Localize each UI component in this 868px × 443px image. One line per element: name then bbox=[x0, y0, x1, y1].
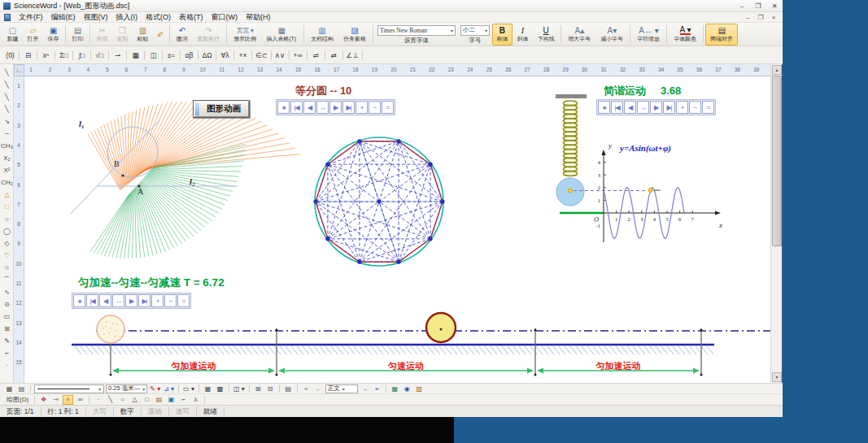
player-slower-button[interactable]: − bbox=[164, 294, 177, 307]
format-toolbar-button-10[interactable]: ▦ bbox=[203, 384, 213, 393]
side-tool-18[interactable]: ∿ bbox=[0, 289, 14, 297]
math-symbol-button-2[interactable]: xⁿ bbox=[39, 49, 53, 62]
player-slower-button[interactable]: − bbox=[689, 101, 701, 114]
math-symbol-button-12[interactable]: ∀λ bbox=[218, 49, 232, 62]
restore-button[interactable]: ❐ bbox=[753, 2, 763, 10]
main-toolbar-button-8[interactable]: ▥粘贴 bbox=[133, 24, 153, 46]
math-symbol-button-1[interactable]: ⊟ bbox=[21, 49, 35, 62]
main-toolbar-button-12[interactable]: ↷重新执行 bbox=[192, 24, 225, 46]
draw-toolbar-button-3[interactable]: ⊸ bbox=[50, 395, 61, 405]
main-toolbar-button-9[interactable]: ✐ bbox=[153, 24, 168, 46]
side-tool-10[interactable]: △ bbox=[0, 191, 14, 199]
chevron-down-icon[interactable]: ▾ bbox=[451, 28, 453, 33]
vertical-scrollbar[interactable]: ▲ ▼ bbox=[770, 64, 782, 383]
draw-toolbar-button-15[interactable]: λ bbox=[190, 395, 201, 405]
player-play-button[interactable]: ▶ bbox=[329, 101, 342, 114]
menu-item-1[interactable]: 编辑(E) bbox=[47, 12, 80, 23]
format-toolbar-button-24[interactable]: » bbox=[372, 384, 382, 393]
player-first-button[interactable]: |◀ bbox=[86, 294, 98, 307]
format-toolbar-combo-22[interactable]: 正文▾ bbox=[325, 384, 358, 393]
menu-item-4[interactable]: 格式(O) bbox=[142, 12, 175, 23]
main-toolbar-button-29[interactable]: A↔ ▾字符缩放 bbox=[632, 24, 665, 46]
format-toolbar-button-21[interactable]: ← bbox=[313, 384, 324, 393]
combo-box[interactable]: Times New Roman▾ bbox=[377, 25, 456, 36]
document-page[interactable] bbox=[24, 76, 770, 383]
format-toolbar-button-5[interactable]: ✎ ▾ bbox=[149, 384, 161, 393]
menu-item-7[interactable]: 帮助(H) bbox=[242, 12, 275, 23]
main-toolbar-button-27[interactable]: A▾减小字号 bbox=[595, 24, 628, 46]
main-toolbar-button-4[interactable]: ▤打印 bbox=[68, 24, 88, 46]
main-toolbar-button-22[interactable]: B粗体 bbox=[492, 24, 513, 46]
vertical-ruler[interactable]: 123456789101112131415 bbox=[14, 76, 24, 383]
format-toolbar-button-18[interactable]: ▤ bbox=[283, 384, 294, 393]
draw-toolbar-button-12[interactable]: ▤ bbox=[154, 395, 164, 405]
format-toolbar-button-13[interactable]: ◫ ▾ bbox=[233, 384, 246, 393]
side-tool-17[interactable]: ⌒ bbox=[0, 276, 14, 284]
player-play-button[interactable]: ▶ bbox=[650, 101, 662, 114]
side-tool-5[interactable]: ┄ bbox=[0, 130, 14, 138]
doc-restore-button[interactable]: ❐ bbox=[757, 14, 765, 21]
main-toolbar-button-26[interactable]: A▴增大字号 bbox=[563, 24, 595, 46]
draw-toolbar-button-13[interactable]: ▣ bbox=[166, 395, 177, 405]
math-symbol-button-18[interactable]: ⇄ bbox=[327, 49, 341, 62]
side-tool-2[interactable]: ╲ bbox=[0, 93, 14, 102]
player-first-button[interactable]: |◀ bbox=[290, 101, 303, 114]
format-toolbar-line-style-selector[interactable]: ▾ bbox=[34, 384, 104, 393]
main-toolbar-button-15[interactable]: ▦插入表格(T) bbox=[261, 24, 302, 46]
doc-close-button[interactable]: × bbox=[770, 14, 778, 21]
player-prev-button[interactable]: ◀ bbox=[303, 101, 316, 114]
player-loop-button[interactable]: ↔ bbox=[112, 294, 124, 307]
player-last-button[interactable]: ▶| bbox=[138, 294, 150, 307]
math-symbol-button-4[interactable]: ∫□ bbox=[75, 49, 89, 62]
format-toolbar-button-15[interactable]: ⊞ bbox=[253, 384, 264, 393]
format-toolbar-button-20[interactable]: « bbox=[301, 384, 312, 393]
chevron-down-icon[interactable]: ▾ bbox=[485, 28, 487, 33]
main-toolbar-button-6[interactable]: ✂剪切 bbox=[92, 24, 112, 46]
player-play-button[interactable]: ▶ bbox=[125, 294, 137, 307]
main-toolbar-button-31[interactable]: A ▾字体颜色 bbox=[669, 24, 701, 46]
player-last-button[interactable]: ▶| bbox=[663, 101, 675, 114]
player-last-button[interactable]: ▶| bbox=[342, 101, 355, 114]
side-tool-6[interactable]: CH₃ bbox=[0, 142, 14, 150]
close-button[interactable]: ✕ bbox=[770, 2, 779, 10]
scroll-down-button[interactable]: ▼ bbox=[772, 372, 782, 382]
format-toolbar-button-28[interactable]: ▧ bbox=[414, 384, 425, 393]
format-toolbar-button-11[interactable]: ▩ bbox=[215, 384, 225, 393]
format-toolbar-thickness-selector[interactable]: 0.25 毫米—▾ bbox=[106, 384, 147, 393]
format-toolbar-button-1[interactable]: ▤ bbox=[16, 384, 27, 393]
format-toolbar-button-16[interactable]: ⊟ bbox=[265, 384, 276, 393]
menu-item-2[interactable]: 视图(V) bbox=[80, 12, 112, 23]
player-stop-button[interactable]: ■ bbox=[73, 294, 85, 307]
player-prev-button[interactable]: ◀ bbox=[624, 101, 636, 114]
side-tool-4[interactable]: ↘ bbox=[0, 118, 14, 126]
player-faster-button[interactable]: + bbox=[676, 101, 688, 114]
combo-box[interactable]: 小二▾ bbox=[460, 25, 490, 36]
side-tool-14[interactable]: ◇ bbox=[0, 240, 14, 248]
math-symbol-button-14[interactable]: ∈⊂ bbox=[254, 49, 269, 62]
math-symbol-button-10[interactable]: αβ bbox=[182, 49, 196, 62]
side-tool-13[interactable]: ◯ bbox=[0, 228, 14, 236]
minimize-button[interactable]: – bbox=[737, 2, 747, 10]
format-toolbar-button-26[interactable]: ▦ bbox=[390, 384, 400, 393]
player-step-button[interactable]: = bbox=[382, 101, 394, 114]
ruler-tab-selector[interactable]: ∟ bbox=[14, 64, 24, 76]
math-symbol-button-11[interactable]: ΔΩ bbox=[200, 49, 214, 62]
draw-toolbar-button-10[interactable]: △ bbox=[129, 395, 140, 405]
side-tool-21[interactable]: ⊞ bbox=[0, 325, 14, 333]
format-toolbar-button-0[interactable]: ▦ bbox=[4, 384, 15, 393]
math-symbol-button-5[interactable]: √□ bbox=[93, 49, 107, 62]
main-toolbar-button-17[interactable]: ▥文档结构 bbox=[306, 24, 338, 46]
main-toolbar-button-7[interactable]: ❐复制 bbox=[112, 24, 133, 46]
math-symbol-button-19[interactable]: ∠⊥ bbox=[345, 49, 360, 62]
side-tool-0[interactable]: ╲ bbox=[0, 69, 14, 77]
side-tool-23[interactable]: ⌐ bbox=[0, 350, 14, 358]
player-first-button[interactable]: |◀ bbox=[611, 101, 623, 114]
doc-minimize-button[interactable]: – bbox=[744, 14, 752, 21]
format-toolbar-button-8[interactable]: ▭ ▾ bbox=[182, 384, 195, 393]
main-toolbar-button-33[interactable]: ▤两端对齐 bbox=[705, 24, 738, 46]
side-tool-16[interactable]: ☆ bbox=[0, 264, 14, 272]
scroll-up-button[interactable]: ▲ bbox=[772, 65, 782, 75]
side-tool-8[interactable]: X² bbox=[0, 167, 14, 175]
draw-toolbar-button-14[interactable]: ⌐ bbox=[178, 395, 189, 405]
draw-toolbar-button-11[interactable]: □ bbox=[142, 395, 152, 405]
